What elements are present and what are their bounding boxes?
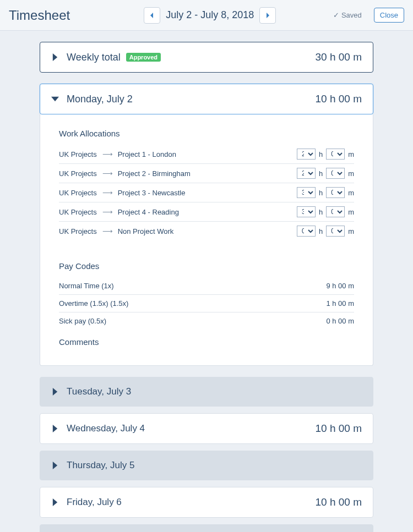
mins-unit: m (348, 208, 354, 216)
hours-unit: h (319, 227, 323, 235)
day-label: Friday, July 6 (67, 497, 122, 508)
allocations-list: UK Projects ⟶ Project 1 - London 2 h 0 m… (59, 145, 354, 240)
chevron-right-icon (51, 53, 59, 61)
mins-unit: m (348, 189, 354, 197)
date-range-label: July 2 - July 8, 2018 (166, 9, 254, 21)
chevron-right-icon (51, 425, 59, 432)
pay-code-value: 9 h 00 m (326, 282, 354, 290)
day-label: Thursday, July 5 (67, 460, 134, 471)
time-inputs: 3 h 0 m (297, 206, 354, 217)
allocation-name: Project 1 - London (118, 150, 297, 158)
mins-unit: m (348, 150, 354, 158)
hours-select[interactable]: 3 (297, 206, 316, 217)
content-area: Weekly total Approved 30 h 00 m Monday, … (0, 31, 413, 532)
mins-select[interactable]: 0 (326, 226, 345, 237)
allocation-category: UK Projects (59, 208, 97, 216)
allocation-row: UK Projects ⟶ Project 4 - Reading 3 h 0 … (59, 202, 354, 222)
pay-code-name: Overtime (1.5x) (1.5x) (59, 299, 128, 308)
svg-marker-4 (53, 388, 57, 396)
allocation-category: UK Projects (59, 150, 97, 158)
date-navigator: July 2 - July 8, 2018 (93, 7, 327, 24)
chevron-left-icon (149, 13, 155, 18)
pay-code-row: Overtime (1.5x) (1.5x) 1 h 00 m (59, 295, 354, 312)
hours-select[interactable]: 0 (297, 226, 316, 237)
hours-select[interactable]: 2 (297, 149, 316, 160)
arrow-icon: ⟶ (102, 169, 112, 178)
day-header[interactable]: Tuesday, July 3 (40, 377, 373, 407)
allocation-row: UK Projects ⟶ Non Project Work 0 h 0 m (59, 222, 354, 240)
day-header[interactable]: Thursday, July 5 (40, 451, 373, 480)
day-total: 10 h 00 m (316, 93, 362, 105)
arrow-icon: ⟶ (102, 189, 112, 197)
hours-unit: h (319, 208, 323, 216)
allocation-name: Project 2 - Birmingham (118, 169, 297, 178)
day-body-monday: Work Allocations UK Projects ⟶ Project 1… (40, 114, 373, 366)
allocation-category: UK Projects (59, 169, 97, 178)
svg-marker-7 (53, 498, 57, 506)
hours-unit: h (319, 150, 323, 158)
svg-marker-0 (150, 13, 153, 18)
hours-unit: h (319, 189, 323, 197)
mins-unit: m (348, 169, 354, 178)
saved-status: ✓ Saved (333, 11, 361, 19)
allocation-row: UK Projects ⟶ Project 3 - Newcastle 3 h … (59, 183, 354, 202)
allocation-category: UK Projects (59, 189, 97, 197)
mins-select[interactable]: 0 (326, 168, 345, 179)
time-inputs: 3 h 0 m (297, 187, 354, 198)
time-inputs: 2 h 0 m (297, 149, 354, 160)
day-label: Wednesday, July 4 (67, 423, 145, 434)
hours-unit: h (319, 169, 323, 178)
day-total: 10 h 00 m (316, 423, 362, 435)
svg-marker-2 (53, 53, 57, 61)
pay-code-value: 1 h 00 m (326, 299, 354, 308)
chevron-right-icon (51, 498, 59, 506)
allocation-name: Project 3 - Newcastle (118, 189, 297, 197)
chevron-right-icon (51, 462, 59, 469)
pay-code-name: Sick pay (0.5x) (59, 317, 106, 325)
next-week-button[interactable] (259, 7, 276, 24)
chevron-right-icon (51, 388, 59, 396)
day-header[interactable]: Saturday, July 7 (40, 524, 373, 532)
status-badge: Approved (126, 53, 161, 62)
time-inputs: 0 h 0 m (297, 226, 354, 237)
pay-code-row: Sick pay (0.5x) 0 h 00 m (59, 312, 354, 330)
day-label: Tuesday, July 3 (67, 386, 131, 397)
day-total: 10 h 00 m (316, 496, 362, 508)
mins-select[interactable]: 0 (326, 187, 345, 198)
time-inputs: 2 h 0 m (297, 168, 354, 179)
allocation-row: UK Projects ⟶ Project 1 - London 2 h 0 m (59, 145, 354, 164)
svg-marker-5 (53, 425, 57, 432)
allocation-name: Project 4 - Reading (118, 208, 297, 216)
hours-select[interactable]: 3 (297, 187, 316, 198)
page-title: Timesheet (9, 8, 70, 23)
allocation-category: UK Projects (59, 227, 97, 235)
prev-week-button[interactable] (144, 7, 160, 24)
chevron-right-icon (265, 13, 270, 18)
work-allocations-heading: Work Allocations (59, 129, 354, 138)
arrow-icon: ⟶ (102, 208, 112, 216)
pay-code-name: Normal Time (1x) (59, 282, 114, 290)
day-header-monday[interactable]: Monday, July 2 10 h 00 m (40, 84, 373, 114)
arrow-icon: ⟶ (102, 227, 112, 235)
arrow-icon: ⟶ (102, 150, 112, 158)
hours-select[interactable]: 2 (297, 168, 316, 179)
pay-codes-heading: Pay Codes (59, 261, 354, 271)
mins-unit: m (348, 227, 354, 235)
weekly-total-value: 30 h 00 m (316, 51, 362, 63)
topbar: Timesheet July 2 - July 8, 2018 ✓ Saved … (0, 0, 413, 31)
comments-heading: Comments (59, 337, 354, 347)
pay-code-value: 0 h 00 m (326, 317, 354, 325)
pay-codes-list: Normal Time (1x) 9 h 00 m Overtime (1.5x… (59, 277, 354, 330)
allocation-name: Non Project Work (118, 227, 297, 235)
day-label: Monday, July 2 (67, 94, 133, 105)
svg-marker-6 (53, 462, 57, 469)
day-header[interactable]: Friday, July 6 10 h 00 m (40, 487, 373, 518)
pay-code-row: Normal Time (1x) 9 h 00 m (59, 277, 354, 295)
close-button[interactable]: Close (374, 8, 404, 23)
mins-select[interactable]: 0 (326, 149, 345, 160)
weekly-total-card[interactable]: Weekly total Approved 30 h 00 m (40, 42, 373, 73)
svg-marker-3 (51, 97, 59, 101)
day-header[interactable]: Wednesday, July 4 10 h 00 m (40, 413, 373, 444)
weekly-total-label: Weekly total (67, 52, 121, 63)
mins-select[interactable]: 0 (326, 206, 345, 217)
